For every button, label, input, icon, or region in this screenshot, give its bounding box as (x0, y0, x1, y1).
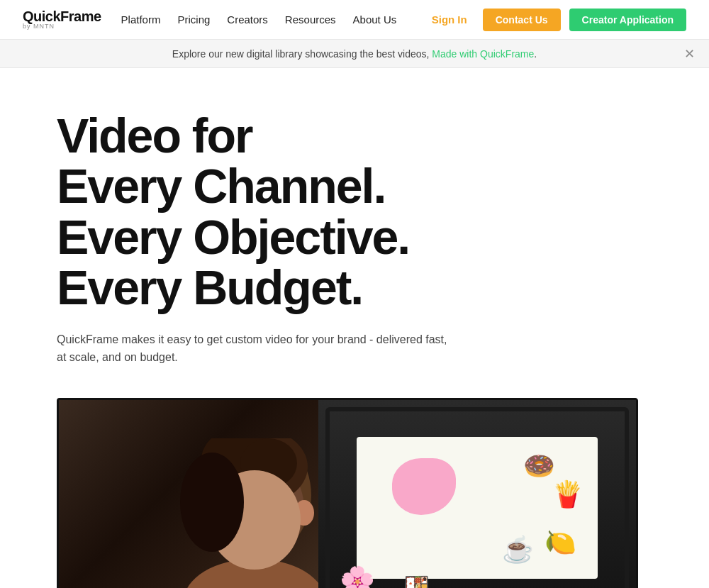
nav-link-about[interactable]: About Us (353, 13, 397, 26)
plate-icon: 🍱 (403, 573, 430, 588)
video-container[interactable]: 🍩 🍟 🍋 ☕ 🌸 🍱 (57, 398, 638, 588)
banner-close-button[interactable]: ✕ (684, 48, 695, 60)
hero-title-line2: Every Channel. (57, 159, 385, 213)
navbar-right: Sign In Contact Us Creator Application (425, 9, 686, 31)
logo[interactable]: QuickFrame by MNTN (23, 9, 101, 30)
nav-links: Platform Pricing Creators Resources Abou… (121, 13, 397, 26)
food-donut-icon: 🍩 (523, 451, 555, 481)
announcement-banner: Explore our new digital library showcasi… (0, 40, 709, 68)
banner-text-before: Explore our new digital library showcasi… (172, 48, 432, 60)
video-tv-side: 🍩 🍟 🍋 ☕ 🌸 🍱 (318, 400, 636, 588)
plant-icon: 🌸 (340, 565, 375, 588)
banner-link[interactable]: Made with QuickFrame (432, 48, 534, 60)
food-lemon-icon: 🍋 (545, 528, 576, 558)
hero-title-line1: Video for (57, 109, 252, 162)
nav-item-creators[interactable]: Creators (227, 13, 268, 26)
food-coffee-icon: ☕ (502, 535, 534, 565)
nav-link-creators[interactable]: Creators (227, 13, 268, 26)
nav-link-platform[interactable]: Platform (121, 13, 161, 26)
logo-sub: by MNTN (23, 23, 55, 30)
creator-application-button[interactable]: Creator Application (569, 9, 686, 31)
hero-title-line3: Every Objective. (57, 210, 409, 264)
head-silhouette (177, 438, 318, 588)
nav-item-platform[interactable]: Platform (121, 13, 161, 26)
nav-link-resources[interactable]: Resources (285, 13, 336, 26)
video-person-side (59, 400, 318, 588)
navbar: QuickFrame by MNTN Platform Pricing Crea… (0, 0, 709, 40)
food-blob (392, 458, 456, 515)
food-fries-icon: 🍟 (552, 479, 584, 509)
hero-title-line4: Every Budget. (57, 260, 362, 314)
navbar-left: QuickFrame by MNTN Platform Pricing Crea… (23, 9, 396, 30)
tv-screen: 🍩 🍟 🍋 ☕ (357, 437, 598, 579)
nav-item-pricing[interactable]: Pricing (177, 13, 210, 26)
nav-item-resources[interactable]: Resources (285, 13, 336, 26)
hero-title: Video for Every Channel. Every Objective… (57, 111, 468, 314)
nav-link-pricing[interactable]: Pricing (177, 13, 210, 26)
hero-subtitle: QuickFrame makes it easy to get custom v… (57, 331, 454, 367)
banner-text-after: . (534, 48, 537, 60)
contact-us-button[interactable]: Contact Us (483, 9, 561, 31)
signin-button[interactable]: Sign In (425, 9, 474, 30)
banner-text: Explore our new digital library showcasi… (172, 48, 537, 60)
logo-text: QuickFrame (23, 9, 101, 23)
main-content: Video for Every Channel. Every Objective… (0, 68, 709, 588)
video-scene: 🍩 🍟 🍋 ☕ 🌸 🍱 (59, 400, 636, 588)
nav-item-about[interactable]: About Us (353, 13, 397, 26)
svg-point-9 (180, 453, 244, 552)
